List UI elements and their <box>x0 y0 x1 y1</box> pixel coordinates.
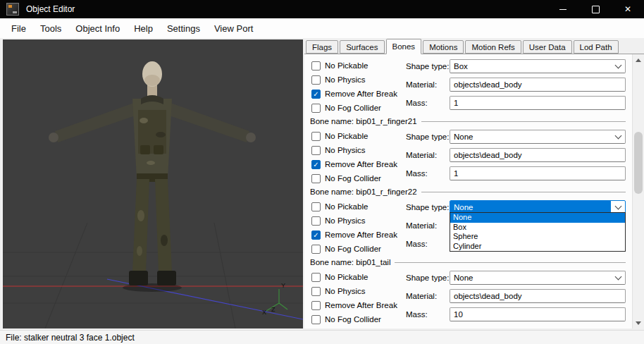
bone-fields: Shape type: Box Material: objects\dead_b… <box>406 57 626 112</box>
material-input[interactable]: objects\dead_body <box>450 148 626 162</box>
checkbox-row-no-fog-collider[interactable]: No Fog Collider <box>311 171 404 185</box>
menu-view-port[interactable]: View Port <box>207 20 260 37</box>
no-pickable-checkbox[interactable] <box>311 132 321 141</box>
tab-motion-refs[interactable]: Motion Refs <box>465 40 521 54</box>
no-fog-collider-checkbox[interactable] <box>311 315 321 324</box>
no-pickable-label: No Pickable <box>325 202 368 211</box>
bone-fields: Shape type: None Material: objects\dead_… <box>406 128 626 183</box>
scrollbar-down-button[interactable] <box>633 317 644 328</box>
shape-type-label: Shape type: <box>406 274 450 282</box>
checkbox-row-no-pickable[interactable]: No Pickable <box>311 59 404 73</box>
mass-input[interactable]: 10 <box>450 307 626 321</box>
mass-input[interactable]: 1 <box>450 96 626 110</box>
mass-label: Mass: <box>406 240 450 248</box>
checkbox-row-no-physics[interactable]: No Physics <box>311 73 404 87</box>
chevron-down-icon <box>611 60 625 73</box>
tab-bones[interactable]: Bones <box>386 39 422 54</box>
tab-motions[interactable]: Motions <box>423 40 464 54</box>
bone-name-header: Bone name: bip01_r_finger22 <box>310 188 417 196</box>
chevron-down-icon <box>611 130 625 143</box>
bone-group-4: No Pickable No Physics Remove After Brea… <box>310 269 626 328</box>
checkbox-row-no-fog-collider[interactable]: No Fog Collider <box>311 101 404 115</box>
title-bar: Object Editor ✕ <box>0 0 644 18</box>
no-physics-checkbox[interactable] <box>311 216 321 226</box>
viewport-3d[interactable]: Y X Z <box>3 39 303 328</box>
scrollbar-thumb[interactable] <box>634 132 643 194</box>
tab-lod-path[interactable]: Lod Path <box>574 40 619 54</box>
checkbox-row-remove-after-break[interactable]: Remove After Break <box>311 298 404 312</box>
remove-after-break-checkbox[interactable] <box>311 301 321 310</box>
remove-after-break-label: Remove After Break <box>325 301 397 309</box>
remove-after-break-checkbox[interactable] <box>311 231 321 240</box>
window-title: Object Editor <box>26 4 75 14</box>
no-fog-collider-label: No Fog Collider <box>325 174 381 183</box>
dropdown-option-sphere[interactable]: Sphere <box>450 232 625 242</box>
no-physics-label: No Physics <box>325 146 366 154</box>
no-fog-collider-checkbox[interactable] <box>311 174 321 183</box>
no-physics-checkbox[interactable] <box>311 75 321 85</box>
bone-group-1: No Pickable No Physics Remove After Brea… <box>310 57 626 116</box>
material-label: Material: <box>406 151 450 159</box>
close-button[interactable]: ✕ <box>612 0 644 18</box>
dropdown-option-cylinder[interactable]: Cylinder <box>450 242 625 252</box>
material-input[interactable]: objects\dead_body <box>450 78 626 92</box>
menu-object-info[interactable]: Object Info <box>68 20 127 37</box>
no-physics-checkbox[interactable] <box>311 146 321 155</box>
flag-checkboxes: No Pickable No Physics Remove After Brea… <box>311 270 404 326</box>
shape-type-select[interactable]: None <box>450 271 626 285</box>
bones-panel: No Pickable No Physics Remove After Brea… <box>304 54 644 328</box>
mass-input[interactable]: 1 <box>450 166 626 180</box>
material-input[interactable]: objects\dead_body <box>450 289 626 303</box>
no-fog-collider-label: No Fog Collider <box>325 104 381 112</box>
remove-after-break-label: Remove After Break <box>325 160 397 168</box>
shape-type-label: Shape type: <box>406 133 450 141</box>
menu-bar: File Tools Object Info Help Settings Vie… <box>0 18 644 38</box>
shape-type-select[interactable]: None <box>450 130 626 144</box>
checkbox-row-remove-after-break[interactable]: Remove After Break <box>311 228 404 242</box>
minimize-button[interactable] <box>547 0 579 18</box>
flag-checkboxes: No Pickable No Physics Remove After Brea… <box>311 129 404 185</box>
shape-type-value: None <box>450 130 611 143</box>
checkbox-row-no-pickable[interactable]: No Pickable <box>311 199 404 214</box>
checkbox-row-no-fog-collider[interactable]: No Fog Collider <box>311 312 404 326</box>
checkbox-row-no-physics[interactable]: No Physics <box>311 143 404 157</box>
checkbox-row-no-physics[interactable]: No Physics <box>311 284 404 298</box>
dropdown-option-none[interactable]: None <box>450 213 625 223</box>
no-fog-collider-checkbox[interactable] <box>311 104 321 113</box>
tab-surfaces[interactable]: Surfaces <box>340 40 384 54</box>
no-pickable-checkbox[interactable] <box>311 61 321 70</box>
maximize-button[interactable] <box>579 0 612 18</box>
checkbox-row-no-pickable[interactable]: No Pickable <box>311 270 404 284</box>
menu-tools[interactable]: Tools <box>33 20 68 37</box>
scrollbar-track[interactable] <box>632 54 644 328</box>
menu-settings[interactable]: Settings <box>160 20 207 37</box>
checkbox-row-remove-after-break[interactable]: Remove After Break <box>311 87 404 101</box>
bone-separator: Bone name: bip01_r_finger21 <box>310 115 626 128</box>
tab-user-data[interactable]: User Data <box>523 40 572 54</box>
no-fog-collider-checkbox[interactable] <box>311 245 321 254</box>
shape-type-select[interactable]: Box <box>450 59 626 73</box>
shape-type-dropdown-list: None Box Sphere Cylinder <box>450 212 626 252</box>
menu-file[interactable]: File <box>4 20 33 37</box>
character-model <box>49 61 256 292</box>
no-physics-checkbox[interactable] <box>311 287 321 296</box>
checkbox-row-no-pickable[interactable]: No Pickable <box>311 129 404 143</box>
checkbox-row-remove-after-break[interactable]: Remove After Break <box>311 157 404 171</box>
menu-help[interactable]: Help <box>127 20 160 37</box>
axis-label-y: Y <box>281 282 285 289</box>
viewport-scene: Y X Z <box>3 39 303 328</box>
bone-fields: Shape type: None Material: objects\dead_… <box>406 269 626 324</box>
remove-after-break-checkbox[interactable] <box>311 90 321 99</box>
checkbox-row-no-fog-collider[interactable]: No Fog Collider <box>311 242 404 256</box>
mass-label: Mass: <box>406 99 450 107</box>
no-pickable-checkbox[interactable] <box>311 273 321 282</box>
no-pickable-checkbox[interactable] <box>311 202 321 211</box>
dropdown-option-box[interactable]: Box <box>450 223 625 233</box>
scrollbar-up-button[interactable] <box>633 54 644 66</box>
material-label: Material: <box>406 292 450 300</box>
shape-type-value: Box <box>450 60 611 73</box>
remove-after-break-checkbox[interactable] <box>311 160 321 169</box>
divider <box>421 192 626 192</box>
tab-flags[interactable]: Flags <box>306 40 338 54</box>
checkbox-row-no-physics[interactable]: No Physics <box>311 214 404 228</box>
